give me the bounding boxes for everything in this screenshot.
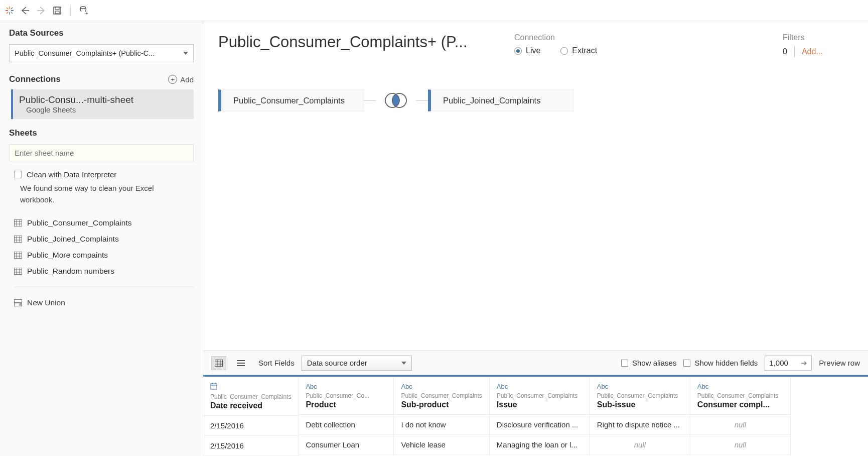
svg-rect-13 xyxy=(15,220,22,226)
left-sidebar: Data Sources Public_Consumer_Complaints+… xyxy=(0,21,203,456)
forward-icon[interactable] xyxy=(36,6,46,16)
abc-type-label: Abc xyxy=(401,383,482,390)
column-header[interactable]: Public_Consumer_ComplaintsDate received xyxy=(203,377,298,416)
column-name: Consumer compl... xyxy=(697,400,783,409)
svg-line-5 xyxy=(11,12,13,14)
new-union-button[interactable]: New Union xyxy=(14,296,194,309)
connection-title: Public-Consu...-multi-sheet xyxy=(19,94,188,105)
union-icon xyxy=(14,299,22,306)
table-cell[interactable]: 2/15/2016 xyxy=(203,436,298,456)
table-icon xyxy=(14,236,22,243)
refresh-add-icon[interactable]: + xyxy=(79,6,89,16)
table-icon xyxy=(14,268,22,275)
sheet-item[interactable]: Public_Consumer_Complaints xyxy=(14,216,194,230)
back-icon[interactable] xyxy=(20,6,30,16)
data-source-title[interactable]: Public_Consumer_Complaints+ (P... xyxy=(218,33,489,57)
column-source: Public_Consumer_Complaints xyxy=(697,392,783,399)
abc-type-label: Abc xyxy=(697,383,783,390)
sheet-list: Public_Consumer_Complaints Public_Joined… xyxy=(14,216,194,309)
table-icon xyxy=(14,252,22,259)
data-source-selected: Public_Consumer_Complaints+ (Public-C... xyxy=(15,49,155,57)
connection-live-radio[interactable]: Live xyxy=(514,46,540,55)
column-source: Public_Consumer_Complaints xyxy=(497,392,583,399)
add-connection-button[interactable]: + Add xyxy=(168,75,194,84)
table-cell[interactable]: 2/15/2016 xyxy=(203,416,298,436)
list-view-toggle[interactable] xyxy=(233,356,248,370)
sort-fields-label: Sort Fields xyxy=(258,359,295,367)
data-sources-heading: Data Sources xyxy=(9,28,194,38)
svg-line-4 xyxy=(7,8,9,10)
show-hidden-checkbox[interactable]: Show hidden fields xyxy=(683,359,758,367)
abc-type-label: Abc xyxy=(497,383,583,390)
data-source-dropdown[interactable]: Public_Consumer_Complaints+ (Public-C... xyxy=(9,44,194,62)
table-cell[interactable]: Disclosure verification ... xyxy=(490,415,590,435)
column-name: Product xyxy=(306,400,386,409)
table-column: AbcPublic_Consumer_ComplaintsSub-product… xyxy=(394,377,489,456)
sheet-item[interactable]: Public_More compaints xyxy=(14,249,194,262)
chevron-down-icon xyxy=(183,52,188,55)
svg-rect-10 xyxy=(55,11,59,14)
join-canvas[interactable]: Public_Consumer_Complaints Public_Joined… xyxy=(203,59,868,351)
checkbox-icon xyxy=(14,171,22,178)
show-aliases-checkbox[interactable]: Show aliases xyxy=(621,359,676,367)
table-column: AbcPublic_Consumer_ComplaintsSub-issueRi… xyxy=(590,377,690,456)
table-column: AbcPublic_Consumer_ComplaintsIssueDisclo… xyxy=(490,377,590,456)
column-source: Public_Consumer_Co... xyxy=(306,392,386,399)
sheet-search-input[interactable] xyxy=(9,144,194,161)
connection-label: Connection xyxy=(514,33,758,42)
checkbox-icon xyxy=(621,360,628,367)
svg-point-11 xyxy=(81,7,86,9)
column-source: Public_Consumer_Complaints xyxy=(401,392,482,399)
arrow-right-icon: ➔ xyxy=(801,359,807,368)
table-cell[interactable]: Consumer Loan xyxy=(299,435,393,455)
checkbox-icon xyxy=(683,360,690,367)
table-column: AbcPublic_Consumer_Co...ProductDebt coll… xyxy=(299,377,394,456)
abc-type-label: Abc xyxy=(306,383,386,390)
column-name: Issue xyxy=(497,400,583,409)
tableau-logo-icon xyxy=(5,6,14,15)
table-cell[interactable]: null xyxy=(590,435,690,455)
chevron-down-icon xyxy=(401,362,406,365)
connection-extract-radio[interactable]: Extract xyxy=(560,46,597,55)
table-cell[interactable]: Right to dispute notice ... xyxy=(590,415,690,435)
sort-fields-dropdown[interactable]: Data source order xyxy=(302,356,412,371)
column-name: Sub-issue xyxy=(597,400,683,409)
data-grid: Public_Consumer_ComplaintsDate received2… xyxy=(203,375,868,456)
grid-view-toggle[interactable] xyxy=(211,356,226,370)
join-type-button[interactable] xyxy=(376,92,416,108)
table-cell[interactable]: Debt collection xyxy=(299,415,393,435)
svg-rect-50 xyxy=(211,384,217,389)
plus-circle-icon: + xyxy=(168,75,177,84)
sheet-item[interactable]: Public_Joined_Complaints xyxy=(14,233,194,246)
radio-icon xyxy=(560,47,568,55)
table-icon xyxy=(14,219,22,226)
abc-type-label: Abc xyxy=(597,383,683,390)
save-icon[interactable] xyxy=(52,6,62,16)
join-table-a[interactable]: Public_Consumer_Complaints xyxy=(218,89,364,111)
sheet-item[interactable]: Public_Random numbers xyxy=(14,265,194,278)
table-cell[interactable]: Vehicle lease xyxy=(394,435,489,455)
clean-checkbox-row[interactable]: Clean with Data Interpreter xyxy=(14,170,194,179)
svg-line-6 xyxy=(11,8,13,10)
column-header[interactable]: AbcPublic_Consumer_ComplaintsSub-issue xyxy=(590,377,690,415)
clean-hint: We found some way to clean your Excel wo… xyxy=(20,183,189,205)
svg-rect-42 xyxy=(215,360,223,366)
right-pane: Public_Consumer_Complaints+ (P... Connec… xyxy=(203,21,868,456)
table-cell[interactable]: null xyxy=(690,415,790,435)
preview-rows-input[interactable]: 1,000 ➔ xyxy=(765,356,812,371)
add-filter-link[interactable]: Add... xyxy=(802,47,823,56)
column-header[interactable]: AbcPublic_Consumer_Co...Product xyxy=(299,377,393,415)
table-cell[interactable]: Managing the loan or l... xyxy=(490,435,590,455)
svg-line-7 xyxy=(7,12,9,14)
top-toolbar: + xyxy=(0,0,868,21)
table-column: AbcPublic_Consumer_ComplaintsConsumer co… xyxy=(690,377,791,456)
column-header[interactable]: AbcPublic_Consumer_ComplaintsSub-product xyxy=(394,377,489,415)
table-cell[interactable]: null xyxy=(690,435,790,455)
table-cell[interactable]: I do not know xyxy=(394,415,489,435)
connection-item[interactable]: Public-Consu...-multi-sheet Google Sheet… xyxy=(11,89,194,119)
toolbar-separator xyxy=(70,5,71,16)
column-header[interactable]: AbcPublic_Consumer_ComplaintsIssue xyxy=(490,377,590,415)
column-source: Public_Consumer_Complaints xyxy=(597,392,683,399)
column-header[interactable]: AbcPublic_Consumer_ComplaintsConsumer co… xyxy=(690,377,790,415)
join-table-b[interactable]: Public_Joined_Complaints xyxy=(428,89,573,111)
